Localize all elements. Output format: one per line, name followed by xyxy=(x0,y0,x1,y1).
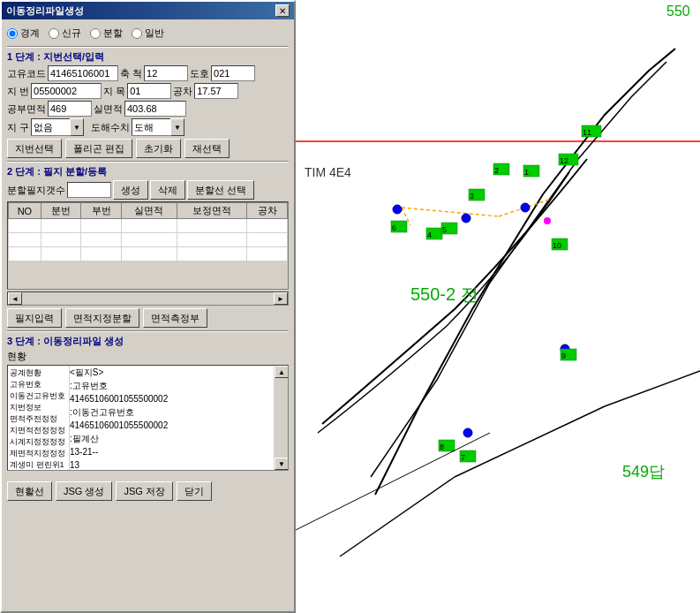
map-label-550-2: 550-2 전 xyxy=(410,284,478,304)
split-table-container: NO 분번 부번 실면적 보정면적 공차 xyxy=(7,201,289,290)
btn-row-1: 지번선택 폴리곤 편집 초기화 재선택 xyxy=(7,139,289,158)
scroll-up-btn[interactable]: ▲ xyxy=(275,366,289,378)
table-row xyxy=(9,233,288,247)
svg-text:4: 4 xyxy=(427,231,432,239)
delete-button[interactable]: 삭제 xyxy=(150,180,185,200)
init-button[interactable]: 초기화 xyxy=(136,139,181,158)
myeonjeok2-button[interactable]: 면적측정부 xyxy=(143,308,207,328)
svg-point-11 xyxy=(463,428,472,437)
map-label-549: 549답 xyxy=(622,463,665,481)
gongbu-label: 공부면적 xyxy=(7,102,46,116)
svg-text:10: 10 xyxy=(553,241,561,250)
svg-text:11: 11 xyxy=(583,128,591,137)
radio-singyu[interactable]: 신규 xyxy=(49,26,81,40)
map-canvas: 550 6 4 5 3 2 1 xyxy=(296,0,700,613)
ji-input[interactable] xyxy=(31,83,102,99)
split-count-label: 분할필지갯수 xyxy=(7,184,65,197)
svg-text:5: 5 xyxy=(442,225,447,234)
gongbu-input[interactable] xyxy=(48,101,92,117)
map-svg: 550 6 4 5 3 2 1 xyxy=(296,0,700,613)
dohaesuchi-dropdown-arrow[interactable]: ▼ xyxy=(170,118,184,136)
col-bubun: 부번 xyxy=(81,203,121,219)
form-row-ji: 지 번 지 목 공차 xyxy=(7,83,289,99)
radio-bunhal[interactable]: 분할 xyxy=(90,26,123,40)
btn-row-2: 필지입력 면적지정분할 면적측정부 xyxy=(7,308,289,328)
left-label-list: 공계현황고유번호이동건고유번호지번정보면적주전정정지면적전정정정시계지정정정정제… xyxy=(10,367,67,470)
close-dialog-button[interactable]: 닫기 xyxy=(177,481,212,501)
table-hscrollbar[interactable]: ◄ ► xyxy=(7,291,289,306)
col-gongcha: 공차 xyxy=(247,203,288,219)
main-dialog: 이동정리파일생성 ✕ 경계 신규 분할 일반 1 단계 : 지번선택/입력 고유… xyxy=(0,0,296,613)
split-count-row: 분할필지갯수 생성 삭제 분할선 선택 xyxy=(7,180,289,200)
scroll-left-btn[interactable]: ◄ xyxy=(8,292,22,305)
silmyeon-input[interactable] xyxy=(124,101,186,117)
dohaesuchi-label: 도해수치 xyxy=(91,121,130,134)
svg-point-6 xyxy=(393,205,402,214)
section3-title: 3 단계 : 이동정리파일 생성 xyxy=(7,335,289,348)
jimok-label: 지 목 xyxy=(103,85,125,98)
doho-input[interactable] xyxy=(211,65,255,81)
form-row-goyu: 고유코드 축 척 도호 xyxy=(7,65,289,81)
status-textarea[interactable]: <필지S> :고유번호 41465106001055500002 :이동건고유번… xyxy=(70,366,274,470)
section2-title: 2 단계 : 필지 분할/등록 xyxy=(7,165,289,178)
gongcha-input[interactable] xyxy=(194,83,238,99)
hyunhwalsen-button[interactable]: 현활선 xyxy=(7,481,52,501)
jigu-label: 지 구 xyxy=(7,121,29,134)
svg-text:12: 12 xyxy=(560,156,568,165)
section1-title: 1 단계 : 지번선택/입력 xyxy=(7,50,289,64)
dialog-title: 이동정리파일생성 xyxy=(6,4,84,18)
jimok-input[interactable] xyxy=(127,83,171,99)
gongcha-label: 공차 xyxy=(173,85,192,98)
svg-text:2: 2 xyxy=(494,166,499,175)
scroll-right-btn[interactable]: ► xyxy=(274,292,288,305)
form-row-jigu: 지 구 ▼ 도해수치 ▼ xyxy=(7,118,289,136)
col-bojeong: 보정면적 xyxy=(177,203,247,219)
radio-ilban[interactable]: 일반 xyxy=(132,26,164,40)
svg-text:7: 7 xyxy=(461,453,465,462)
close-button[interactable]: ✕ xyxy=(275,4,290,17)
tim-label: TIM 4E4 xyxy=(305,165,351,179)
scroll-down-btn[interactable]: ▼ xyxy=(275,458,289,470)
hyunhwang-label: 현황 xyxy=(7,351,26,361)
col-no: NO xyxy=(9,203,41,219)
bottom-btn-row: 현활선 JSG 생성 JSG 저장 닫기 xyxy=(2,478,294,504)
reselect-button[interactable]: 재선택 xyxy=(184,139,230,158)
svg-point-5 xyxy=(544,217,551,224)
status-content-area: <필지S> :고유번호 41465106001055500002 :이동건고유번… xyxy=(70,366,274,470)
titlebar: 이동정리파일생성 ✕ xyxy=(2,2,294,19)
create-button[interactable]: 생성 xyxy=(113,180,148,200)
svg-text:1: 1 xyxy=(524,168,529,177)
jigu-combo[interactable]: ▼ xyxy=(31,118,84,136)
ji-label: 지 번 xyxy=(7,85,29,98)
myeonjeok-button[interactable]: 면적지정분할 xyxy=(65,308,139,328)
svg-text:3: 3 xyxy=(470,192,474,201)
svg-point-8 xyxy=(462,214,470,223)
jibip-button[interactable]: 필지입력 xyxy=(7,308,62,328)
map-label-550: 550 xyxy=(666,4,690,19)
col-silmyeon: 실면적 xyxy=(121,203,177,219)
status-panel: 공계현황고유번호이동건고유번호지번정보면적주전정정지면적전정정정시계지정정정정제… xyxy=(7,365,289,471)
dohaesuchi-combo[interactable]: ▼ xyxy=(132,118,184,136)
status-vscrollbar[interactable]: ▲ ▼ xyxy=(274,366,288,470)
split-line-select-button[interactable]: 분할선 선택 xyxy=(187,180,254,200)
jsg-save-button[interactable]: JSG 저장 xyxy=(116,481,172,501)
svg-rect-0 xyxy=(296,0,700,613)
radio-gyeongye[interactable]: 경계 xyxy=(7,26,40,40)
goyu-input[interactable] xyxy=(48,65,118,81)
doho-label: 도호 xyxy=(190,67,209,80)
jigu-dropdown-arrow[interactable]: ▼ xyxy=(70,118,84,136)
chuk-input[interactable] xyxy=(144,65,188,81)
chuk-label: 축 척 xyxy=(120,67,142,80)
jibun-select-button[interactable]: 지번선택 xyxy=(7,139,62,158)
split-count-input[interactable] xyxy=(67,182,111,198)
svg-point-7 xyxy=(521,203,530,212)
table-row xyxy=(9,219,288,233)
split-table: NO 분번 부번 실면적 보정면적 공차 xyxy=(8,202,288,261)
col-bunbun: 분번 xyxy=(41,203,80,219)
radio-group: 경계 신규 분할 일반 xyxy=(7,23,289,43)
polygon-edit-button[interactable]: 폴리곤 편집 xyxy=(65,139,132,158)
status-left-labels: 공계현황고유번호이동건고유번호지번정보면적주전정정지면적전정정정시계지정정정정제… xyxy=(8,366,70,470)
jsg-create-button[interactable]: JSG 생성 xyxy=(56,481,112,501)
svg-text:8: 8 xyxy=(440,443,444,451)
form-row-gongbu: 공부면적 실면적 xyxy=(7,101,289,117)
